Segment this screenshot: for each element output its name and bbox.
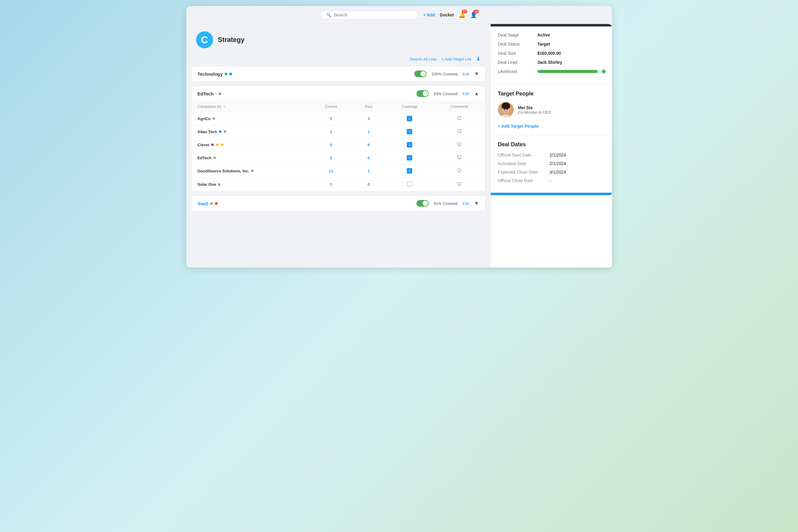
official-start-row: Official Start Date 2/1/2024 <box>498 153 605 157</box>
deal-dates-title: Deal Dates <box>498 141 605 148</box>
table-row: GoodSource Solutions, Inc. 111✓🗨 <box>191 165 485 177</box>
table-header: Companies (6) ↑ Current Past Coverage Co… <box>191 101 485 112</box>
target-people-title: Target People <box>498 91 605 97</box>
add-target-list-link[interactable]: + Add Target List <box>442 57 471 61</box>
search-icon: 🔍 <box>326 13 331 17</box>
deal-lead-label: Deal Lead <box>498 60 537 65</box>
activation-row: Activation Date 2/1/2024 <box>498 161 605 166</box>
checkbox-unchecked[interactable] <box>407 181 412 187</box>
past-count[interactable]: 0 <box>352 151 385 165</box>
person-info: Mei Sia Co-founder & CEO <box>518 105 605 115</box>
edtech-coverage: 83% Covered <box>434 92 457 96</box>
table-row: Solar One 20🗨 <box>191 177 485 191</box>
comment-icon[interactable]: 🗨 <box>457 155 462 160</box>
official-close-value: - <box>550 178 551 183</box>
technology-toggle[interactable] <box>414 71 426 77</box>
edtech-chevron-icon[interactable]: ▲ <box>474 91 479 96</box>
sort-icon[interactable]: ↑ <box>223 104 225 109</box>
past-count[interactable]: 3 <box>352 112 385 125</box>
coverage-cell[interactable]: ✓ <box>385 125 434 138</box>
docket-label[interactable]: Docket <box>440 13 454 17</box>
past-count[interactable]: 1 <box>352 165 385 177</box>
current-count[interactable]: 0 <box>310 138 352 151</box>
comment-cell: 🗨 <box>434 138 485 151</box>
user-icon[interactable]: 👤 10 <box>470 12 477 18</box>
coverage-cell[interactable] <box>385 177 434 191</box>
checkbox-checked[interactable]: ✓ <box>407 116 412 121</box>
col-current: Current <box>310 101 352 112</box>
deal-status-row: Deal Status Target <box>498 42 605 46</box>
official-start-value: 2/1/2024 <box>550 153 566 157</box>
comment-cell: 🗨 <box>434 177 485 191</box>
deal-stage-label: Deal Stage <box>498 33 537 37</box>
current-count[interactable]: 2 <box>310 151 352 165</box>
edtech-section: EdTech● 83% Covered Edit ▲ <box>191 86 486 192</box>
coverage-cell[interactable]: ✓ <box>385 165 434 177</box>
current-count[interactable]: 3 <box>310 125 352 138</box>
current-count[interactable]: 2 <box>310 177 352 191</box>
technology-chevron-icon[interactable]: ▼ <box>474 71 479 77</box>
past-count[interactable]: 0 <box>352 177 385 191</box>
past-count[interactable]: 1 <box>352 125 385 138</box>
edtech-title: EdTech● <box>197 91 222 96</box>
technology-coverage: 100% Covered <box>431 72 457 76</box>
search-bar[interactable]: 🔍 <box>321 10 418 19</box>
current-count[interactable]: 5 <box>310 112 352 125</box>
comment-cell: 🗨 <box>434 112 485 125</box>
past-count[interactable]: 6 <box>352 138 385 151</box>
coverage-cell[interactable]: ✓ <box>385 138 434 151</box>
expected-close-label: Expected Close Date <box>498 170 550 174</box>
likelihood-label: Likelihood <box>498 69 537 74</box>
deal-size-row: Deal Size $160,000.00 <box>498 51 605 56</box>
download-icon[interactable]: ⬇ <box>476 56 481 62</box>
saas-edit-button[interactable]: Edit <box>462 201 469 206</box>
company-name: Solar One <box>197 182 304 187</box>
company-name: EdTech <box>197 156 304 160</box>
checkbox-checked[interactable]: ✓ <box>407 155 412 160</box>
edtech-edit-button[interactable]: Edit <box>462 92 469 96</box>
add-button[interactable]: + Add <box>423 13 435 17</box>
activation-value: 2/1/2024 <box>550 161 566 166</box>
saas-title: SaaS <box>197 201 218 206</box>
search-all-lists-link[interactable]: Search All Lists <box>410 57 437 61</box>
comment-icon[interactable]: 🗨 <box>457 142 462 148</box>
notif-badge: 27 <box>462 10 467 13</box>
left-panel: C Strategy Search All Lists + Add Target… <box>186 24 490 267</box>
official-close-label: Official Close Date <box>498 178 550 183</box>
official-close-row: Official Close Date - <box>498 178 605 183</box>
coverage-cell[interactable]: ✓ <box>385 112 434 125</box>
edtech-header: EdTech● 83% Covered Edit ▲ <box>191 86 485 101</box>
comment-icon[interactable]: 🗨 <box>457 129 462 134</box>
company-name: Atlas Tech <box>197 130 304 134</box>
comment-icon[interactable]: 🗨 <box>457 168 462 174</box>
top-bar: 🔍 + Add Docket 🔔 27 👤 10 <box>186 6 612 24</box>
comment-icon[interactable]: 🗨 <box>457 116 462 121</box>
saas-toggle[interactable] <box>417 200 429 207</box>
saas-chevron-icon[interactable]: ▼ <box>474 201 479 206</box>
svg-point-4 <box>507 109 508 110</box>
deal-status-label: Deal Status <box>498 42 537 46</box>
edtech-toggle[interactable] <box>417 90 429 97</box>
official-start-label: Official Start Date <box>498 153 550 157</box>
svg-point-5 <box>501 104 510 109</box>
add-target-people-link[interactable]: + Add Target People <box>498 124 539 129</box>
checkbox-checked[interactable]: ✓ <box>407 142 412 148</box>
table-row: Clever 06✓🗨 <box>191 138 485 151</box>
expected-close-row: Expected Close Date 3/1/2024 <box>498 170 605 174</box>
coverage-cell[interactable]: ✓ <box>385 151 434 165</box>
technology-edit-button[interactable]: Edit <box>462 72 469 76</box>
current-count[interactable]: 11 <box>310 165 352 177</box>
company-name: Clever <box>197 142 304 147</box>
likelihood-row: Likelihood <box>498 69 605 74</box>
user-badge: 10 <box>473 10 479 13</box>
col-comments: Comments <box>434 101 485 112</box>
person-name: Mei Sia <box>518 105 605 110</box>
comment-icon[interactable]: 🗨 <box>457 182 462 187</box>
checkbox-checked[interactable]: ✓ <box>407 129 412 134</box>
search-input[interactable] <box>334 13 413 17</box>
avatar <box>498 102 514 118</box>
notification-icon[interactable]: 🔔 27 <box>459 12 466 18</box>
checkbox-checked[interactable]: ✓ <box>407 168 412 174</box>
deal-dates-section: Deal Dates Official Start Date 2/1/2024 … <box>491 135 612 193</box>
deal-lead-value: Jack Shirley <box>537 60 563 65</box>
